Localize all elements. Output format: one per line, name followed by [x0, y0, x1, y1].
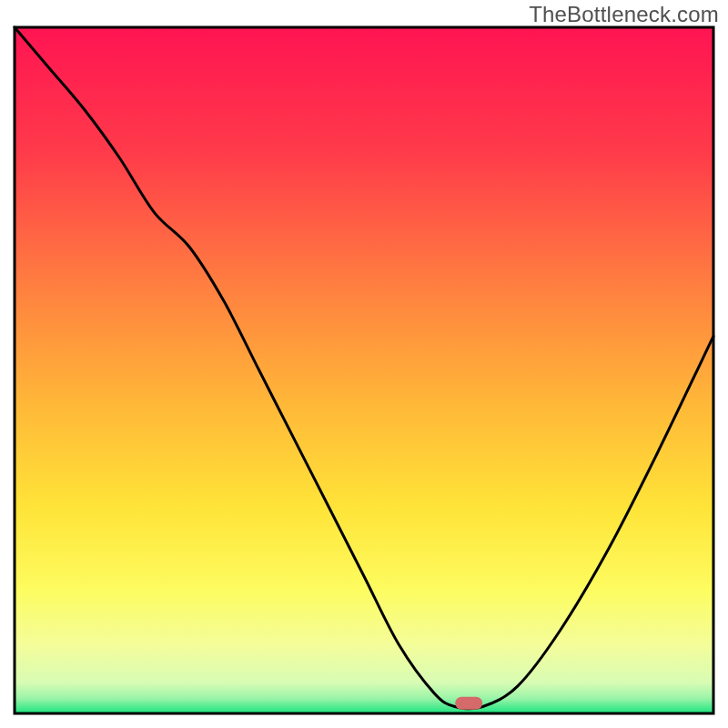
watermark-text: TheBottleneck.com	[529, 2, 719, 27]
bottleneck-chart	[0, 0, 728, 728]
chart-container: TheBottleneck.com	[0, 0, 728, 728]
gradient-background	[15, 27, 713, 713]
optimal-marker	[455, 697, 482, 710]
